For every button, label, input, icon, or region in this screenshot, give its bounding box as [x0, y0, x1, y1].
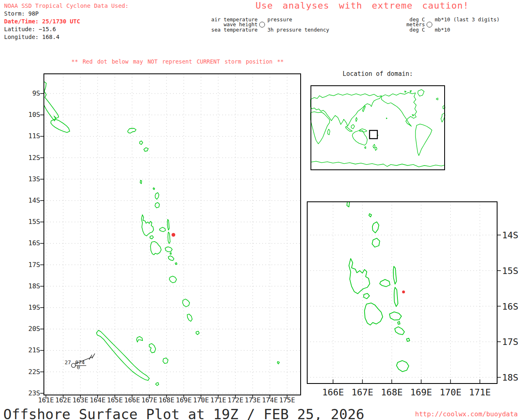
zoom-lon-label: 168E [376, 387, 407, 397]
offshore-surface-plot-page: NOAA SSD Tropical Cyclone Data Used: Sto… [0, 0, 525, 420]
main-lat-label: 22S [16, 368, 40, 376]
storm-position-dot [402, 290, 405, 293]
legend-pressure-label: pressure [267, 17, 292, 22]
main-lat-label: 21S [16, 346, 40, 354]
station-circle-icon [427, 22, 432, 27]
map-frame [307, 202, 497, 383]
main-lat-label: 10S [16, 111, 40, 119]
storm-id-line: Storm: 98P [4, 10, 128, 18]
main-map-canvas: 270740 [39, 70, 306, 403]
main-lat-label: 15S [16, 218, 40, 226]
storm-position-warning: ** Red dot below may NOT represent CURRE… [71, 58, 284, 65]
world-coastlines [310, 89, 445, 167]
station-circle-icon [259, 22, 265, 27]
zoom-lat-label: 16S [502, 301, 525, 312]
legend-tendency-units: mb*10 [435, 27, 450, 32]
zoom-lon-label: 171E [464, 387, 495, 397]
gridlines [307, 202, 497, 383]
domain-rectangle [370, 130, 377, 139]
zoom-lat-label: 18S [502, 372, 525, 383]
world-inset-canvas [310, 85, 445, 170]
station-air-temp: 27 [65, 359, 71, 365]
zoom-lon-label: 167E [347, 387, 378, 397]
longitude-line: Longitude: 168.4 [4, 33, 128, 41]
latitude-line: Latitude: −15.6 [4, 25, 128, 33]
main-lat-label: 23S [16, 389, 40, 397]
main-lat-label: 16S [16, 239, 40, 247]
zoom-map-canvas [302, 197, 525, 393]
legend-sea-temp-label: sea temperature [204, 27, 258, 32]
zoom-lat-label: 14S [502, 230, 525, 240]
main-lat-label: 19S [16, 304, 40, 311]
inset-frame [311, 86, 445, 170]
main-lon-label: 175E [275, 396, 299, 404]
station-report: 270740 [65, 354, 95, 370]
storm-position-dot [171, 233, 175, 237]
datetime-line: Date/Time: 25/1730 UTC [4, 18, 128, 25]
tick-marks [40, 94, 287, 399]
legend-tendency-label: 3h pressure tendency [267, 27, 329, 32]
caution-banner: Use analyses with extreme caution! [256, 0, 469, 11]
main-lat-label: 13S [16, 175, 40, 183]
storm-info-block: NOAA SSD Tropical Cyclone Data Used: Sto… [4, 2, 128, 41]
inset-title: Location of domain: [310, 70, 445, 78]
main-lat-label: 14S [16, 196, 40, 204]
zoom-lon-label: 169E [406, 387, 437, 397]
tick-marks [333, 235, 501, 383]
station-pressure-tendency: 0 [77, 364, 80, 370]
main-lat-label: 18S [16, 282, 40, 290]
legend-sea-temp-units: deg C [380, 27, 425, 32]
plot-title: Offshore Surface Plot at 19Z / FEB 25, 2… [3, 406, 364, 420]
main-lat-label: 11S [16, 132, 40, 140]
zoom-lon-label: 166E [317, 387, 349, 397]
main-lat-label: 17S [16, 261, 40, 269]
zoom-lat-label: 15S [502, 266, 525, 276]
coastlines [41, 81, 279, 386]
main-lat-label: 20S [16, 325, 40, 333]
zoom-lon-label: 170E [435, 387, 466, 397]
main-lat-label: 9S [16, 89, 40, 97]
legend-pressure-units: mb*10 (last 3 digits) [435, 17, 500, 22]
zoom-lat-label: 17S [502, 337, 525, 347]
main-lat-label: 12S [16, 154, 40, 162]
data-source-line: NOAA SSD Tropical Cyclone Data Used: [4, 2, 128, 10]
source-url: http://coolwx.com/buoydata [415, 410, 518, 418]
